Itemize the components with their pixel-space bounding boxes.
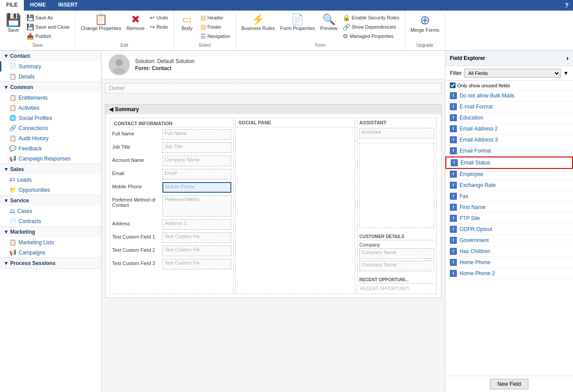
footer-button[interactable]: ▤ Footer [199, 22, 232, 31]
sidebar-item-cases[interactable]: 🗂 Cases [0, 206, 101, 216]
preferred-method-input[interactable]: Preferred Metho [162, 195, 231, 217]
sidebar-section-process-sessions-title[interactable]: ▼ Process Sessions [0, 258, 101, 269]
field-item-email-status[interactable]: f Email Status [445, 157, 573, 169]
activities-label: Activities [19, 105, 39, 111]
sidebar-item-activities[interactable]: 📋 Activities [0, 103, 101, 113]
preview-button[interactable]: 🔍 Preview [318, 13, 339, 32]
field-icon-email-address-3: f [450, 136, 457, 143]
field-item-email-address-2[interactable]: f Email Address 2 [445, 123, 573, 134]
field-item-exchange-rate[interactable]: f Exchange Rate [445, 180, 573, 191]
full-name-input[interactable]: Full Name [162, 129, 231, 140]
custom-1-input[interactable]: Test Custom Fie [162, 232, 231, 243]
sidebar-item-campaigns[interactable]: 📢 Campaigns [0, 247, 101, 258]
remove-button[interactable]: ✖ Remove [124, 13, 146, 32]
save-group-label: Save [32, 42, 42, 48]
sidebar-section-service-title[interactable]: ▼ Service [0, 195, 101, 206]
sidebar-item-social-profiles[interactable]: 🌐 Social Profiles [0, 113, 101, 123]
job-title-input[interactable]: Job Title [162, 142, 231, 153]
sidebar-item-connections[interactable]: 🔗 Connections [0, 123, 101, 133]
only-unused-checkbox[interactable] [450, 82, 456, 88]
field-explorer-footer: New Field [445, 376, 573, 392]
business-rules-button[interactable]: ⚡ Business Rules [240, 13, 277, 32]
tab-insert[interactable]: INSERT [52, 0, 84, 11]
header-button[interactable]: ▤ Header [199, 13, 232, 22]
sidebar-section-common-title[interactable]: ▼ Common [0, 82, 101, 93]
save-close-button[interactable]: 💾 Save and Close [25, 22, 72, 31]
redo-button[interactable]: ↪ Redo [148, 22, 170, 31]
save-button[interactable]: 💾 Save [4, 13, 23, 34]
mobile-phone-label: Mobile Phone [112, 182, 161, 189]
center-area: Solution: Default Solution Form: Contact… [102, 51, 445, 392]
sidebar-section-marketing: ▼ Marketing 📋 Marketing Lists 📢 Campaign… [0, 227, 101, 258]
sidebar-item-entitlements[interactable]: 📋 Entitlements [0, 93, 101, 103]
sidebar-item-opportunities[interactable]: 📁 Opportunities [0, 185, 101, 195]
change-properties-button[interactable]: 📋 Change Properties [79, 13, 123, 32]
sidebar-item-contracts[interactable]: 📄 Contracts [0, 216, 101, 226]
svg-point-0 [116, 59, 123, 66]
field-item-employee[interactable]: f Employee [445, 169, 573, 180]
field-row-account-name: Account Name Company Name [112, 156, 231, 166]
sidebar-item-campaign-responses[interactable]: 📢 Campaign Responses [0, 153, 101, 164]
field-row-email: Email Email [112, 169, 231, 179]
show-deps-button[interactable]: 🔗 Show Dependencies [341, 22, 401, 31]
address-input[interactable]: Address 1 [162, 219, 231, 230]
body-icon: ▭ [182, 14, 192, 25]
customer-details-title: CUSTOMER DETAILS [359, 234, 434, 240]
field-item-gdpr-optout[interactable]: f GDPR Optout [445, 224, 573, 235]
tab-home[interactable]: HOME [24, 0, 52, 11]
email-input[interactable]: Email [162, 169, 231, 179]
body-button[interactable]: ▭ Body [177, 13, 197, 32]
custom-3-label: Test Custom Field 3 [112, 259, 161, 266]
sidebar-section-service: ▼ Service 🗂 Cases 📄 Contracts [0, 195, 101, 227]
mobile-phone-input[interactable]: Mobile Phone [162, 182, 231, 193]
common-collapse-icon: ▼ [4, 84, 9, 90]
form-properties-button[interactable]: 📄 Form Properties [278, 13, 317, 32]
sidebar-item-details[interactable]: 📋 Details [0, 71, 101, 82]
managed-props-button[interactable]: ⚙ Managed Properties [341, 32, 401, 41]
tab-file[interactable]: FILE [0, 0, 24, 11]
company-input-1[interactable]: Company Name [359, 248, 434, 259]
company-input-2[interactable]: Company Name [359, 261, 434, 271]
help-icon[interactable]: ? [560, 0, 573, 11]
field-icon-employee: f [450, 171, 457, 178]
merge-forms-button[interactable]: ⊕ Merge Forms [409, 13, 441, 34]
sidebar-item-summary[interactable]: 📄 Summary [0, 61, 101, 71]
new-field-button[interactable]: New Field [490, 379, 528, 389]
field-item-email-address-3[interactable]: f Email Address 3 [445, 134, 573, 146]
navigation-button[interactable]: ☰ Navigation [199, 32, 232, 41]
sidebar-item-audit-history[interactable]: 📋 Audit History [0, 133, 101, 143]
undo-icon: ↩ [150, 14, 155, 21]
field-item-first-name[interactable]: f First Name [445, 202, 573, 213]
field-name-email-address-3: Email Address 3 [460, 137, 498, 143]
field-item-has-children[interactable]: f Has Children [445, 246, 573, 257]
field-item-home-phone-2[interactable]: f Home Phone 2 [445, 268, 573, 279]
account-name-input[interactable]: Company Name [162, 156, 231, 166]
field-list: f Do not allow Bulk Mails f E-mail Forma… [445, 90, 573, 376]
enable-security-button[interactable]: 🔒 Enable Security Roles [341, 13, 401, 22]
field-item-home-phone[interactable]: f Home Phone [445, 257, 573, 268]
custom-3-input[interactable]: Test Custom Fie [162, 259, 231, 269]
merge-forms-icon: ⊕ [420, 14, 430, 26]
field-item-fax[interactable]: f Fax [445, 191, 573, 202]
sidebar-section-contact-title[interactable]: ▼ Contact [0, 51, 101, 61]
field-explorer-expand-icon[interactable]: › [566, 54, 569, 62]
assistant-input[interactable]: Assistant [359, 128, 434, 138]
filter-select[interactable]: All Fields Required Fields Optional Fiel… [464, 69, 561, 78]
save-as-button[interactable]: 💾 Save As [25, 13, 72, 22]
ribbon: FILE HOME INSERT ? 💾 Save 💾 Save As 💾 [0, 0, 573, 51]
sidebar-section-sales-title[interactable]: ▼ Sales [0, 164, 101, 175]
publish-button[interactable]: 📤 Publish [25, 32, 72, 41]
sidebar-item-feedback[interactable]: 💬 Feedback [0, 143, 101, 153]
field-item-email-format[interactable]: f E-mail Format [445, 101, 573, 112]
custom-2-input[interactable]: Test Custom Fie [162, 246, 231, 256]
field-item-email-format-2[interactable]: f Email Format [445, 146, 573, 157]
field-item-education[interactable]: f Education [445, 112, 573, 123]
field-item-ftp-site[interactable]: f FTP Site [445, 213, 573, 224]
sidebar-item-leads[interactable]: 🏷 Leads [0, 175, 101, 185]
assistant-area [359, 143, 434, 228]
sidebar-section-marketing-title[interactable]: ▼ Marketing [0, 227, 101, 237]
undo-button[interactable]: ↩ Undo [148, 13, 170, 22]
field-item-government[interactable]: f Government [445, 235, 573, 246]
field-item-bulk-mails[interactable]: f Do not allow Bulk Mails [445, 90, 573, 101]
sidebar-item-marketing-lists[interactable]: 📋 Marketing Lists [0, 237, 101, 247]
